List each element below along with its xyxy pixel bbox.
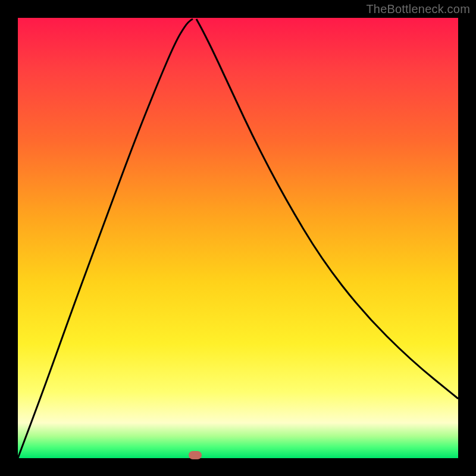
plot-area xyxy=(18,18,458,458)
bottleneck-marker-icon xyxy=(189,451,202,459)
watermark-text: TheBottleneck.com xyxy=(366,2,470,16)
bottleneck-curve-right xyxy=(196,19,458,399)
outer-frame: TheBottleneck.com xyxy=(0,0,476,476)
bottleneck-curve-left xyxy=(18,19,193,458)
curve-layer xyxy=(18,18,458,458)
